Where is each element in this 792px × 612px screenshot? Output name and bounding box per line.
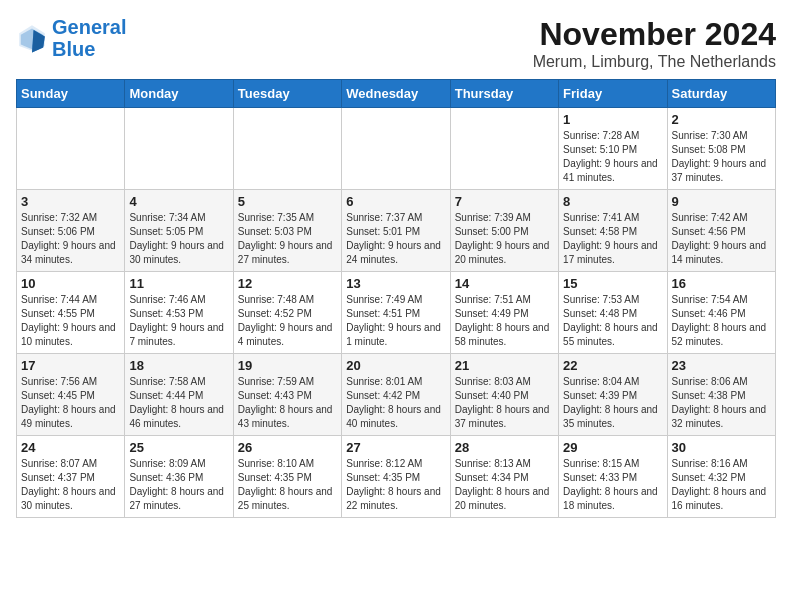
calendar-cell: 1 Sunrise: 7:28 AMSunset: 5:10 PMDayligh…	[559, 108, 667, 190]
day-number: 5	[238, 194, 337, 209]
day-detail: Sunrise: 7:35 AMSunset: 5:03 PMDaylight:…	[238, 212, 333, 265]
day-number: 20	[346, 358, 445, 373]
calendar-cell	[450, 108, 558, 190]
day-detail: Sunrise: 7:58 AMSunset: 4:44 PMDaylight:…	[129, 376, 224, 429]
calendar-cell: 13 Sunrise: 7:49 AMSunset: 4:51 PMDaylig…	[342, 272, 450, 354]
day-detail: Sunrise: 8:12 AMSunset: 4:35 PMDaylight:…	[346, 458, 441, 511]
day-number: 28	[455, 440, 554, 455]
calendar-cell: 20 Sunrise: 8:01 AMSunset: 4:42 PMDaylig…	[342, 354, 450, 436]
day-detail: Sunrise: 8:16 AMSunset: 4:32 PMDaylight:…	[672, 458, 767, 511]
calendar-cell	[342, 108, 450, 190]
day-number: 14	[455, 276, 554, 291]
calendar-cell	[125, 108, 233, 190]
weekday-header-row: SundayMondayTuesdayWednesdayThursdayFrid…	[17, 80, 776, 108]
calendar-cell: 16 Sunrise: 7:54 AMSunset: 4:46 PMDaylig…	[667, 272, 775, 354]
page-header: General Blue November 2024 Merum, Limbur…	[16, 16, 776, 71]
day-number: 27	[346, 440, 445, 455]
day-detail: Sunrise: 7:30 AMSunset: 5:08 PMDaylight:…	[672, 130, 767, 183]
day-number: 18	[129, 358, 228, 373]
day-detail: Sunrise: 7:42 AMSunset: 4:56 PMDaylight:…	[672, 212, 767, 265]
day-number: 16	[672, 276, 771, 291]
day-number: 8	[563, 194, 662, 209]
day-number: 10	[21, 276, 120, 291]
calendar-cell: 18 Sunrise: 7:58 AMSunset: 4:44 PMDaylig…	[125, 354, 233, 436]
day-detail: Sunrise: 7:39 AMSunset: 5:00 PMDaylight:…	[455, 212, 550, 265]
logo: General Blue	[16, 16, 126, 60]
logo-line2: Blue	[52, 38, 95, 60]
calendar-cell: 8 Sunrise: 7:41 AMSunset: 4:58 PMDayligh…	[559, 190, 667, 272]
calendar-cell: 28 Sunrise: 8:13 AMSunset: 4:34 PMDaylig…	[450, 436, 558, 518]
day-detail: Sunrise: 7:32 AMSunset: 5:06 PMDaylight:…	[21, 212, 116, 265]
day-number: 13	[346, 276, 445, 291]
calendar-cell: 9 Sunrise: 7:42 AMSunset: 4:56 PMDayligh…	[667, 190, 775, 272]
day-detail: Sunrise: 8:10 AMSunset: 4:35 PMDaylight:…	[238, 458, 333, 511]
day-detail: Sunrise: 8:09 AMSunset: 4:36 PMDaylight:…	[129, 458, 224, 511]
calendar-week-row: 3 Sunrise: 7:32 AMSunset: 5:06 PMDayligh…	[17, 190, 776, 272]
day-number: 1	[563, 112, 662, 127]
day-detail: Sunrise: 7:53 AMSunset: 4:48 PMDaylight:…	[563, 294, 658, 347]
calendar-cell: 22 Sunrise: 8:04 AMSunset: 4:39 PMDaylig…	[559, 354, 667, 436]
calendar-cell: 6 Sunrise: 7:37 AMSunset: 5:01 PMDayligh…	[342, 190, 450, 272]
calendar-cell: 30 Sunrise: 8:16 AMSunset: 4:32 PMDaylig…	[667, 436, 775, 518]
calendar-cell: 17 Sunrise: 7:56 AMSunset: 4:45 PMDaylig…	[17, 354, 125, 436]
day-number: 23	[672, 358, 771, 373]
weekday-header: Sunday	[17, 80, 125, 108]
day-detail: Sunrise: 7:59 AMSunset: 4:43 PMDaylight:…	[238, 376, 333, 429]
calendar-cell: 25 Sunrise: 8:09 AMSunset: 4:36 PMDaylig…	[125, 436, 233, 518]
weekday-header: Tuesday	[233, 80, 341, 108]
weekday-header: Saturday	[667, 80, 775, 108]
logo-icon	[16, 22, 48, 54]
day-number: 21	[455, 358, 554, 373]
calendar-week-row: 17 Sunrise: 7:56 AMSunset: 4:45 PMDaylig…	[17, 354, 776, 436]
day-detail: Sunrise: 7:48 AMSunset: 4:52 PMDaylight:…	[238, 294, 333, 347]
day-number: 26	[238, 440, 337, 455]
calendar-cell: 2 Sunrise: 7:30 AMSunset: 5:08 PMDayligh…	[667, 108, 775, 190]
day-detail: Sunrise: 8:07 AMSunset: 4:37 PMDaylight:…	[21, 458, 116, 511]
calendar-cell: 26 Sunrise: 8:10 AMSunset: 4:35 PMDaylig…	[233, 436, 341, 518]
day-detail: Sunrise: 8:03 AMSunset: 4:40 PMDaylight:…	[455, 376, 550, 429]
calendar-cell: 14 Sunrise: 7:51 AMSunset: 4:49 PMDaylig…	[450, 272, 558, 354]
logo-text: General Blue	[52, 16, 126, 60]
day-number: 6	[346, 194, 445, 209]
calendar-cell: 7 Sunrise: 7:39 AMSunset: 5:00 PMDayligh…	[450, 190, 558, 272]
calendar-cell: 12 Sunrise: 7:48 AMSunset: 4:52 PMDaylig…	[233, 272, 341, 354]
day-number: 29	[563, 440, 662, 455]
day-number: 19	[238, 358, 337, 373]
calendar-cell: 3 Sunrise: 7:32 AMSunset: 5:06 PMDayligh…	[17, 190, 125, 272]
day-detail: Sunrise: 7:49 AMSunset: 4:51 PMDaylight:…	[346, 294, 441, 347]
calendar-cell	[17, 108, 125, 190]
day-number: 9	[672, 194, 771, 209]
month-title: November 2024	[533, 16, 776, 53]
day-number: 24	[21, 440, 120, 455]
day-detail: Sunrise: 7:56 AMSunset: 4:45 PMDaylight:…	[21, 376, 116, 429]
day-number: 22	[563, 358, 662, 373]
day-detail: Sunrise: 8:01 AMSunset: 4:42 PMDaylight:…	[346, 376, 441, 429]
logo-line1: General	[52, 16, 126, 38]
calendar-cell	[233, 108, 341, 190]
calendar-cell: 24 Sunrise: 8:07 AMSunset: 4:37 PMDaylig…	[17, 436, 125, 518]
day-detail: Sunrise: 7:51 AMSunset: 4:49 PMDaylight:…	[455, 294, 550, 347]
day-number: 30	[672, 440, 771, 455]
title-area: November 2024 Merum, Limburg, The Nether…	[533, 16, 776, 71]
calendar-week-row: 10 Sunrise: 7:44 AMSunset: 4:55 PMDaylig…	[17, 272, 776, 354]
day-number: 2	[672, 112, 771, 127]
weekday-header: Wednesday	[342, 80, 450, 108]
weekday-header: Thursday	[450, 80, 558, 108]
day-number: 11	[129, 276, 228, 291]
day-detail: Sunrise: 8:04 AMSunset: 4:39 PMDaylight:…	[563, 376, 658, 429]
day-detail: Sunrise: 7:37 AMSunset: 5:01 PMDaylight:…	[346, 212, 441, 265]
day-number: 7	[455, 194, 554, 209]
calendar-cell: 10 Sunrise: 7:44 AMSunset: 4:55 PMDaylig…	[17, 272, 125, 354]
calendar-cell: 23 Sunrise: 8:06 AMSunset: 4:38 PMDaylig…	[667, 354, 775, 436]
calendar-week-row: 1 Sunrise: 7:28 AMSunset: 5:10 PMDayligh…	[17, 108, 776, 190]
day-detail: Sunrise: 7:44 AMSunset: 4:55 PMDaylight:…	[21, 294, 116, 347]
day-detail: Sunrise: 7:34 AMSunset: 5:05 PMDaylight:…	[129, 212, 224, 265]
calendar-week-row: 24 Sunrise: 8:07 AMSunset: 4:37 PMDaylig…	[17, 436, 776, 518]
day-detail: Sunrise: 7:46 AMSunset: 4:53 PMDaylight:…	[129, 294, 224, 347]
day-number: 15	[563, 276, 662, 291]
location-title: Merum, Limburg, The Netherlands	[533, 53, 776, 71]
calendar-cell: 5 Sunrise: 7:35 AMSunset: 5:03 PMDayligh…	[233, 190, 341, 272]
day-detail: Sunrise: 7:54 AMSunset: 4:46 PMDaylight:…	[672, 294, 767, 347]
day-number: 3	[21, 194, 120, 209]
calendar-cell: 27 Sunrise: 8:12 AMSunset: 4:35 PMDaylig…	[342, 436, 450, 518]
